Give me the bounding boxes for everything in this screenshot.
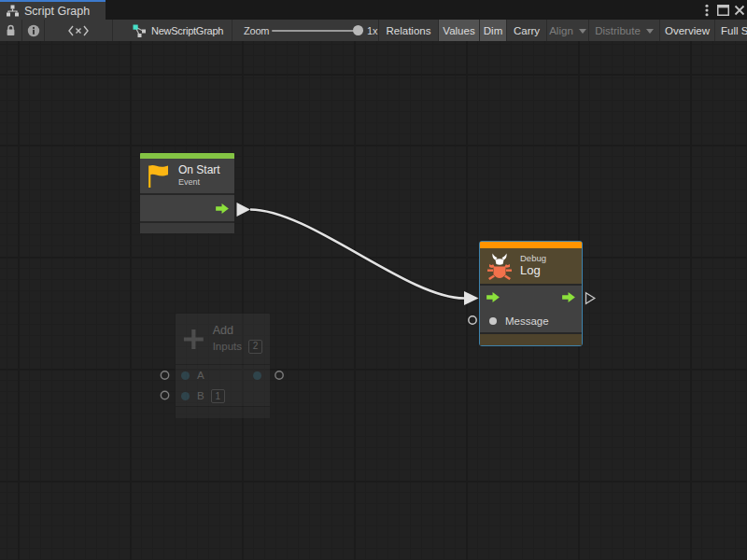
node-on-start[interactable]: On Start Event (139, 152, 235, 233)
port-label: B (197, 390, 204, 401)
lock-button[interactable] (0, 20, 22, 41)
bug-icon (487, 253, 512, 280)
kebab-menu-icon[interactable] (705, 0, 709, 20)
tab-label: Script Graph (24, 5, 90, 18)
trigger-output-port[interactable] (216, 203, 229, 214)
port-label: Message (505, 315, 549, 327)
message-port-indicator[interactable] (469, 316, 476, 324)
wire-overlay (0, 41, 747, 560)
full-screen-button[interactable]: Full S (715, 20, 747, 41)
zoom-slider[interactable] (272, 30, 363, 32)
log-output-indicator[interactable] (586, 293, 595, 304)
lock-icon (6, 24, 16, 36)
trigger-output-port[interactable] (562, 292, 575, 302)
node-accent-strip (480, 242, 582, 248)
close-icon[interactable] (734, 0, 745, 20)
distribute-button[interactable]: Distribute (589, 20, 660, 41)
zoom-control: Zoom 1x (233, 20, 379, 41)
carry-button[interactable]: Carry (507, 20, 547, 41)
node-subtitle: Event (178, 177, 220, 187)
relations-button[interactable]: Relations (379, 20, 439, 41)
trigger-input-port[interactable] (486, 292, 500, 302)
value-input-port-a[interactable] (181, 371, 190, 380)
message-input-port[interactable] (489, 317, 497, 325)
overview-button[interactable]: Overview (660, 20, 715, 41)
value-input-port-b[interactable] (181, 392, 190, 400)
node-title: Log (520, 264, 546, 278)
add-input-a-indicator[interactable] (161, 371, 168, 379)
graph-breadcrumb-button[interactable]: NewScriptGraph (113, 20, 233, 41)
inputs-label: Inputs (213, 341, 242, 353)
maximize-icon[interactable] (717, 0, 729, 20)
info-button[interactable] (22, 20, 45, 41)
tab-script-graph[interactable]: Script Graph (0, 0, 106, 20)
wire-onstart-to-log[interactable] (250, 210, 464, 299)
add-input-b-indicator[interactable] (161, 391, 168, 399)
node-title: Add (213, 324, 262, 337)
breadcrumb-label: NewScriptGraph (151, 25, 223, 36)
dropdown-arrow-icon (646, 29, 654, 34)
node-debug-log[interactable]: Debug Log Message (479, 241, 583, 346)
node-title: On Start (178, 164, 220, 177)
node-footer (176, 407, 270, 418)
zoom-label: Zoom (244, 25, 269, 36)
node-footer (140, 223, 234, 233)
wire-target-arrow (464, 291, 479, 305)
zoom-value: 1x (367, 25, 377, 36)
inputs-count-field[interactable]: 2 (248, 340, 262, 354)
flag-icon (148, 163, 170, 189)
node-footer (480, 334, 582, 345)
values-button[interactable]: Values (439, 20, 480, 41)
script-graph-icon (7, 5, 19, 17)
info-icon (27, 24, 40, 37)
tab-bar: Script Graph (0, 0, 747, 20)
graph-icon (133, 24, 147, 37)
wire-source-arrow (237, 203, 251, 217)
graph-toolbar: NewScriptGraph Zoom 1x Relations Values … (0, 20, 747, 41)
zoom-slider-handle[interactable] (353, 25, 363, 35)
dropdown-arrow-icon (579, 29, 586, 34)
graph-canvas[interactable]: On Start Event Add Inputs 2 (0, 41, 747, 560)
code-preview-icon (68, 25, 89, 36)
port-label: A (197, 370, 204, 381)
value-output-port[interactable] (253, 371, 261, 380)
align-button[interactable]: Align (547, 20, 589, 41)
plus-icon (183, 328, 204, 351)
dim-button[interactable]: Dim (480, 20, 507, 41)
add-output-indicator[interactable] (275, 371, 283, 379)
node-add[interactable]: Add Inputs 2 A B 1 (175, 313, 271, 418)
input-b-field[interactable]: 1 (211, 389, 225, 403)
code-preview-button[interactable] (45, 20, 113, 41)
